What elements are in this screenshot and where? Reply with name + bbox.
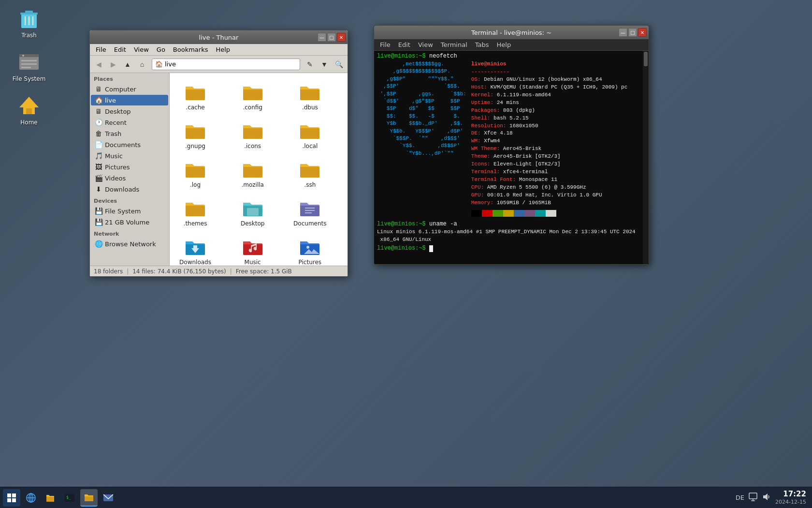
terminal-menu-edit[interactable]: Edit [394, 40, 414, 49]
places-header: Places [90, 73, 169, 83]
tray-network-icon[interactable] [748, 492, 758, 503]
file-item-downloads-folder[interactable]: Downloads [174, 232, 217, 266]
sidebar-label-pictures: Pictures [105, 164, 130, 171]
thunar-taskbar-button[interactable] [80, 489, 98, 507]
terminal-close-button[interactable]: ✕ [638, 28, 647, 37]
terminal-menu-help[interactable]: Help [493, 40, 515, 49]
desktop-icon-home[interactable]: Home [10, 92, 48, 128]
prompt-2: live@minios:~$ [377, 221, 429, 227]
sidebar-item-recent[interactable]: 🕐 Recent [91, 117, 168, 128]
sidebar-item-desktop[interactable]: 🖥 Desktop [91, 106, 168, 117]
svg-text:$_: $_ [66, 495, 71, 500]
status-sep1: | [127, 268, 129, 275]
status-free: Free space: 1.5 GiB [236, 268, 292, 275]
start-button[interactable] [3, 489, 20, 507]
sidebar-label-trash: Trash [105, 130, 121, 137]
file-label-music-folder: Music [245, 259, 261, 266]
svg-rect-10 [21, 63, 37, 65]
file-item-log[interactable]: .log [174, 154, 217, 191]
command-2: uname -a [429, 221, 457, 227]
menu-bookmarks[interactable]: Bookmarks [169, 45, 212, 54]
sidebar-item-trash[interactable]: 🗑 Trash [91, 128, 168, 139]
forward-button[interactable]: ▶ [106, 58, 120, 71]
files-icon [45, 493, 56, 503]
menu-go[interactable]: Go [153, 45, 169, 54]
file-item-themes[interactable]: .themes [174, 193, 217, 230]
menu-help[interactable]: Help [212, 45, 234, 54]
live-icon: 🏠 [95, 96, 102, 104]
terminal-menu-tabs[interactable]: Tabs [471, 40, 493, 49]
email-taskbar-button[interactable] [100, 489, 117, 507]
pictures-icon: 🖼 [95, 163, 102, 171]
terminal-body[interactable]: live@minios:~$ neofetch ,met$$$$$$gg. ,g… [374, 51, 649, 264]
sidebar-item-pictures[interactable]: 🖼 Pictures [91, 162, 168, 172]
command-1: neofetch [429, 53, 457, 60]
file-label-desktop-folder: Desktop [241, 220, 265, 227]
desktop-icon-filesystem[interactable]: File System [10, 48, 48, 84]
up-button[interactable]: ▲ [121, 58, 134, 71]
menu-edit[interactable]: Edit [110, 45, 130, 54]
sidebar-item-computer[interactable]: 🖥 Computer [91, 84, 168, 94]
file-item-mozilla[interactable]: .mozilla [231, 154, 275, 191]
terminal-scrollbar[interactable] [643, 51, 649, 264]
file-item-ssh[interactable]: .ssh [288, 154, 332, 191]
recent-icon: 🕐 [95, 119, 102, 126]
file-item-local[interactable]: .local [288, 116, 332, 152]
file-label-config: .config [243, 104, 262, 111]
file-item-documents-folder[interactable]: Documents [288, 193, 332, 230]
search-button[interactable]: 🔍 [332, 58, 346, 71]
terminal-taskbar-button[interactable]: $_ [61, 489, 78, 507]
thunar-toolbar: ◀ ▶ ▲ ⌂ 🏠 live ✎ ▼ 🔍 [90, 56, 348, 73]
file-label-ssh: .ssh [304, 181, 316, 188]
svg-rect-24 [12, 498, 16, 502]
sidebar-label-downloads: Downloads [105, 186, 139, 193]
file-item-music-folder[interactable]: Music [231, 232, 275, 266]
file-item-desktop-folder[interactable]: Desktop [231, 193, 275, 230]
edit-location-button[interactable]: ✎ [303, 58, 317, 71]
files-button[interactable] [42, 489, 59, 507]
thunar-maximize-button[interactable]: □ [327, 33, 336, 42]
sidebar-item-videos[interactable]: 🎬 Videos [91, 173, 168, 183]
downloads-icon: ⬇ [95, 185, 102, 193]
tray-volume-icon[interactable] [762, 492, 771, 503]
sidebar-item-filesystem[interactable]: 💾 File System [91, 206, 168, 216]
terminal-menu-terminal[interactable]: Terminal [437, 40, 471, 49]
terminal-maximize-button[interactable]: □ [628, 28, 637, 37]
svg-rect-21 [7, 493, 11, 497]
back-button[interactable]: ◀ [92, 58, 105, 71]
desktop-icon-trash[interactable]: Trash [10, 5, 48, 41]
file-item-dbus[interactable]: .dbus [288, 77, 332, 114]
terminal-menu-file[interactable]: File [376, 40, 394, 49]
terminal-menu-view[interactable]: View [414, 40, 437, 49]
color-block-7 [546, 210, 556, 217]
thunar-window: live - Thunar — □ ✕ File Edit View Go Bo… [89, 30, 348, 277]
file-item-cache[interactable]: .cache [174, 77, 217, 114]
cursor [429, 245, 433, 252]
thunar-close-button[interactable]: ✕ [337, 33, 346, 42]
file-item-gnupg[interactable]: .gnupg [174, 116, 217, 152]
terminal-minimize-button[interactable]: — [619, 28, 627, 37]
uname-output: Linux minios 6.1.119-mos-amd64 #1 SMP PR… [377, 228, 640, 244]
sidebar-item-documents[interactable]: 📄 Documents [91, 139, 168, 150]
file-item-pictures-folder[interactable]: Pictures [288, 232, 332, 266]
svg-rect-13 [26, 108, 32, 114]
file-item-config[interactable]: .config [231, 77, 275, 114]
thunar-minimize-button[interactable]: — [318, 33, 326, 42]
prompt-3: live@minios:~$ [377, 245, 429, 252]
file-item-icons[interactable]: .icons [231, 116, 275, 152]
sidebar-item-live[interactable]: 🏠 live [91, 95, 168, 105]
sidebar-item-browse-network[interactable]: 🌐 Browse Network [91, 239, 168, 249]
sidebar-item-volume[interactable]: 💾 21 GB Volume [91, 217, 168, 227]
email-taskbar-icon [103, 493, 114, 503]
menu-file[interactable]: File [92, 45, 110, 54]
color-block-0 [471, 210, 482, 217]
home-button[interactable]: ⌂ [135, 58, 149, 71]
menu-view[interactable]: View [130, 45, 153, 54]
desktop: Trash File System Home live - Th [0, 0, 812, 508]
browser-button[interactable] [22, 489, 40, 507]
sidebar-item-downloads[interactable]: ⬇ Downloads [91, 184, 168, 194]
location-icon: 🏠 [155, 60, 163, 68]
bookmark-button[interactable]: ▼ [318, 58, 331, 71]
sidebar-item-music[interactable]: 🎵 Music [91, 150, 168, 161]
taskbar-tray: DE 17:22 2024-12-15 [736, 490, 810, 506]
